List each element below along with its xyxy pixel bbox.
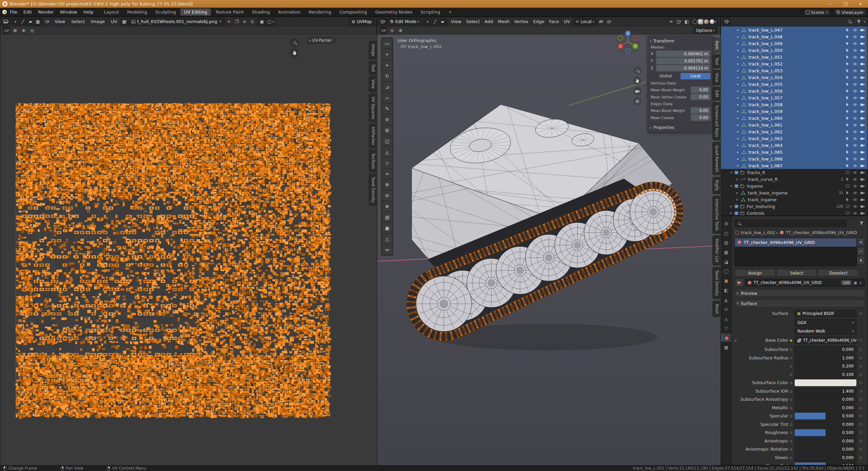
outliner-row-selected[interactable]: ▸ track_low_L.064 xyxy=(721,142,868,149)
exclude-checkbox[interactable] xyxy=(735,171,738,174)
open-image-icon[interactable]: ❒ xyxy=(233,18,240,25)
sidebar-tab[interactable]: Screencast Keys xyxy=(712,102,720,140)
property-value-field[interactable]: 0.100 xyxy=(794,371,857,378)
expand-arrow-icon[interactable]: ▸ xyxy=(736,62,740,65)
outliner-row-selected[interactable]: ▸ track_low_L.052 xyxy=(721,60,868,67)
decorator-dot[interactable] xyxy=(860,348,862,351)
tool-button[interactable]: ⊖ xyxy=(382,190,392,201)
sidebar-tab[interactable]: Item xyxy=(712,38,720,53)
hide-eye-icon[interactable] xyxy=(852,27,857,32)
hide-eye-icon[interactable] xyxy=(852,143,857,148)
face-select-icon[interactable]: ▰ xyxy=(439,18,446,25)
local-button[interactable]: Local xyxy=(681,73,710,79)
selectable-icon[interactable] xyxy=(845,177,850,182)
hide-eye-icon[interactable] xyxy=(852,197,857,202)
sidebar-tab[interactable]: Rigify xyxy=(712,177,720,194)
active-tool-icon[interactable]: ▭▾ xyxy=(3,27,10,34)
mode-icon[interactable]: ⊞ xyxy=(12,27,19,34)
properties-tab-icon[interactable]: ▩ xyxy=(722,343,731,351)
scene-selector[interactable]: Scene × xyxy=(803,9,831,16)
snap-magnet-icon[interactable]: ⋒▾ xyxy=(598,18,605,25)
transform-pivot-icon[interactable]: ⊙ xyxy=(388,27,396,34)
breadcrumb-material[interactable]: TT_checker_4096x4096_UV_GRID xyxy=(786,230,857,235)
menu-item[interactable]: View xyxy=(52,17,68,26)
expand-arrow-icon[interactable]: ▸ xyxy=(729,205,733,208)
pin-icon[interactable]: ⊙ xyxy=(249,18,256,25)
color-swatch[interactable] xyxy=(795,379,856,386)
menu-item[interactable]: Window xyxy=(57,8,80,17)
sidebar-tab[interactable]: Image xyxy=(369,41,377,59)
editor-type-icon[interactable]: ▾ xyxy=(379,18,386,25)
outliner-row[interactable]: ▾ Tracks_R xyxy=(721,169,868,176)
properties-tab-icon[interactable]: ▦ xyxy=(722,248,731,256)
decorator-dot[interactable] xyxy=(860,339,862,342)
menu-item[interactable]: Select xyxy=(464,17,482,26)
expand-arrow-icon[interactable]: ▸ xyxy=(735,177,739,181)
outliner-row[interactable]: ▸ track_ingame xyxy=(721,196,868,203)
image-datablock[interactable]: t_hull_KV2Wheels.001_normalobj.png × xyxy=(129,18,224,25)
solid-shading-icon[interactable] xyxy=(698,19,703,24)
decorator-dot[interactable] xyxy=(860,357,862,359)
object-name[interactable]: track_low_L.055 xyxy=(748,82,782,87)
viewport-display-icon[interactable] xyxy=(845,204,850,209)
object-name[interactable]: track_low_L.063 xyxy=(748,136,782,141)
search-icon[interactable] xyxy=(846,18,853,25)
hide-eye-icon[interactable] xyxy=(852,82,857,87)
viewport-display-icon[interactable] xyxy=(845,170,850,175)
object-name[interactable]: track_low_L.064 xyxy=(748,143,782,148)
expand-arrow-icon[interactable]: ▸ xyxy=(736,123,740,127)
disable-render-icon[interactable] xyxy=(860,68,865,73)
property-value-field[interactable]: 1.400 xyxy=(794,388,857,395)
outliner-row[interactable]: ▸ Controls xyxy=(721,210,868,215)
expand-arrow-icon[interactable]: ▸ xyxy=(736,42,740,45)
item-name[interactable]: For_texturing xyxy=(747,204,775,209)
hide-eye-icon[interactable] xyxy=(852,190,857,195)
hide-eye-icon[interactable] xyxy=(852,89,857,93)
hide-eye-icon[interactable] xyxy=(852,211,857,215)
filter-icon[interactable] xyxy=(858,220,865,227)
item-name[interactable]: Ingame xyxy=(747,184,763,189)
workspace-tab[interactable]: Scripting xyxy=(417,8,444,16)
properties-tab-icon[interactable]: ⚙ xyxy=(722,220,731,228)
title-bar[interactable]: Blender* [D:\Blender\3D projects\KV-2\KV… xyxy=(0,0,868,8)
menu-item[interactable]: Edge xyxy=(531,17,547,26)
uv-vertex-select-icon[interactable]: ∙ xyxy=(12,18,19,25)
hide-eye-icon[interactable] xyxy=(852,55,857,59)
hide-eye-icon[interactable] xyxy=(852,68,857,73)
workspace-tab[interactable]: UV Editing xyxy=(180,8,211,16)
outliner-row-selected[interactable]: ▸ track_low_L.060 xyxy=(721,115,868,121)
hide-eye-icon[interactable] xyxy=(852,75,857,80)
outliner-row-selected[interactable]: ▸ track_low_L.056 xyxy=(721,88,868,94)
active-tool-icon[interactable]: ▭▾ xyxy=(380,27,387,34)
sidebar-tab[interactable]: Interactive Tools xyxy=(712,196,720,234)
outliner-row-selected[interactable]: ▸ track_low_L.055 xyxy=(721,81,868,88)
selectable-icon[interactable] xyxy=(845,197,850,202)
axis-value-field[interactable]: -0.000401 m xyxy=(656,51,710,57)
disable-render-icon[interactable] xyxy=(860,129,865,134)
tool-button[interactable]: ◫ xyxy=(382,136,392,146)
remove-slot-button[interactable]: − xyxy=(857,247,865,255)
menu-item[interactable]: Edit xyxy=(20,8,35,17)
property-value-field[interactable]: 0.500 xyxy=(794,462,857,465)
display-channels[interactable]: ▣ ▢ ▾ xyxy=(257,18,275,25)
maximize-button[interactable]: □ xyxy=(838,0,853,8)
workspace-tab[interactable]: Rendering xyxy=(305,8,335,16)
property-value-field[interactable] xyxy=(794,379,857,387)
hide-eye-icon[interactable] xyxy=(852,204,857,209)
proportional-editing-icon[interactable]: ◎▾ xyxy=(605,18,613,25)
menu-item[interactable]: Image xyxy=(88,17,108,26)
properties-tab-icon[interactable]: ● xyxy=(722,334,731,342)
editor-type-icon[interactable]: ▾ xyxy=(2,18,10,25)
browse-material-icon[interactable]: ▾ xyxy=(735,279,744,287)
decorator-dot[interactable] xyxy=(860,423,862,426)
sidebar-tab[interactable]: Mesh xyxy=(712,301,720,317)
sidebar-tab[interactable]: Texel Density xyxy=(712,267,720,299)
properties-tab-icon[interactable]: ◯ xyxy=(722,267,731,275)
menu-item[interactable]: Face xyxy=(547,17,561,26)
hide-eye-icon[interactable] xyxy=(852,116,857,120)
toggle-perspective-icon[interactable]: ⊞ xyxy=(633,97,641,105)
sidebar-tab[interactable]: Quad Remesh xyxy=(712,142,720,175)
transform-orientation-dropdown[interactable]: ⊕ Local ▾ xyxy=(573,18,597,25)
viewport-display-icon[interactable] xyxy=(845,211,850,215)
expand-arrow-icon[interactable]: ▸ xyxy=(736,82,740,86)
